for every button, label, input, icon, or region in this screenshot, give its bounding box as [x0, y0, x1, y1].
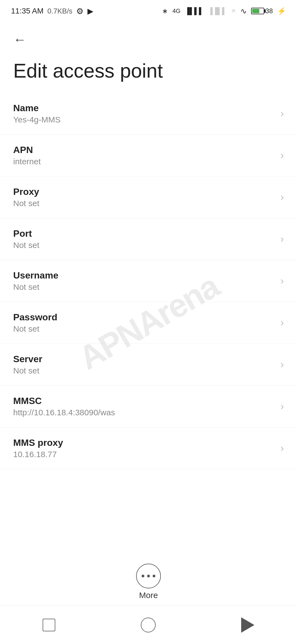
signal-bars2-icon: ▐▐▌▌: [208, 7, 227, 15]
settings-item-proxy[interactable]: Proxy Not set ›: [0, 176, 297, 218]
settings-item-content: APN internet: [13, 144, 275, 166]
settings-item-content: MMSC http://10.16.18.4:38090/was: [13, 395, 275, 417]
settings-item-label: Username: [13, 270, 275, 281]
settings-item-mmsc[interactable]: MMSC http://10.16.18.4:38090/was ›: [0, 386, 297, 427]
settings-item-username[interactable]: Username Not set ›: [0, 260, 297, 302]
signal-4g-icon: 4G: [172, 7, 180, 15]
more-circle: [136, 564, 161, 588]
chevron-right-icon: ›: [280, 192, 284, 203]
settings-item-content: Port Not set: [13, 228, 275, 250]
bolt-icon: ⚡: [277, 7, 286, 15]
settings-item-content: Password Not set: [13, 312, 275, 334]
video-icon: ▶: [87, 7, 94, 16]
settings-item-value: Not set: [13, 366, 275, 375]
settings-item-content: Server Not set: [13, 354, 275, 375]
nav-home-icon: [141, 618, 156, 632]
header: ←: [0, 22, 297, 52]
settings-list: Name Yes-4g-MMS › APN internet › Proxy N…: [0, 93, 297, 469]
nav-square-icon: [43, 619, 55, 631]
chevron-right-icon: ›: [280, 275, 284, 287]
signal-bars-icon: ▐▌▌▌: [185, 7, 204, 15]
status-time: 11:35 AM: [11, 7, 43, 15]
settings-item-name[interactable]: Name Yes-4g-MMS ›: [0, 93, 297, 135]
nav-home-button[interactable]: [141, 618, 156, 632]
more-dots-icon: [142, 575, 155, 577]
nav-back-button[interactable]: [241, 617, 254, 633]
chevron-right-icon: ›: [280, 359, 284, 370]
chevron-right-icon: ›: [280, 150, 284, 161]
bluetooth-icon: ∗: [162, 7, 168, 15]
settings-item-apn[interactable]: APN internet ›: [0, 135, 297, 176]
chevron-right-icon: ›: [280, 108, 284, 119]
settings-item-mms-proxy[interactable]: MMS proxy 10.16.18.77 ›: [0, 427, 297, 469]
settings-item-label: Password: [13, 312, 275, 323]
settings-item-label: Port: [13, 228, 275, 239]
settings-item-port[interactable]: Port Not set ›: [0, 218, 297, 260]
settings-item-label: Proxy: [13, 186, 275, 197]
status-right: ∗ 4G ▐▌▌▌ ▐▐▌▌ ✕ ∿ 38 ⚡: [162, 7, 286, 16]
settings-item-value: Not set: [13, 241, 275, 250]
settings-item-password[interactable]: Password Not set ›: [0, 302, 297, 344]
wifi-icon: ∿: [240, 7, 247, 16]
settings-item-value: Not set: [13, 324, 275, 334]
page-title: Edit access point: [13, 60, 163, 82]
back-button[interactable]: ←: [13, 33, 26, 46]
settings-item-value: internet: [13, 157, 275, 166]
more-label: More: [139, 591, 158, 600]
settings-item-server[interactable]: Server Not set ›: [0, 344, 297, 386]
nav-recent-button[interactable]: [43, 619, 55, 631]
settings-item-label: APN: [13, 144, 275, 155]
settings-item-value: Yes-4g-MMS: [13, 115, 275, 124]
settings-item-content: Name Yes-4g-MMS: [13, 103, 275, 124]
status-bar: 11:35 AM 0.7KB/s ⚙ ▶ ∗ 4G ▐▌▌▌ ▐▐▌▌ ✕ ∿ …: [0, 0, 297, 22]
settings-item-content: Username Not set: [13, 270, 275, 292]
battery: 38: [251, 7, 273, 15]
settings-item-label: Server: [13, 354, 275, 364]
settings-item-content: MMS proxy 10.16.18.77: [13, 437, 275, 459]
nav-bar: [0, 605, 297, 644]
settings-item-value: Not set: [13, 282, 275, 292]
settings-item-label: MMSC: [13, 395, 275, 406]
settings-icon: ⚙: [76, 6, 84, 16]
nav-back-icon: [241, 617, 254, 633]
chevron-right-icon: ›: [280, 233, 284, 245]
settings-item-value: Not set: [13, 199, 275, 208]
settings-item-value: http://10.16.18.4:38090/was: [13, 408, 275, 417]
settings-item-label: Name: [13, 103, 275, 113]
chevron-right-icon: ›: [280, 443, 284, 454]
chevron-right-icon: ›: [280, 317, 284, 329]
more-button[interactable]: More: [136, 564, 161, 600]
status-speed: 0.7KB/s: [47, 7, 72, 15]
settings-item-content: Proxy Not set: [13, 186, 275, 208]
settings-item-value: 10.16.18.77: [13, 450, 275, 459]
signal-x-icon: ✕: [231, 7, 236, 15]
status-left: 11:35 AM 0.7KB/s ⚙ ▶: [11, 6, 94, 16]
chevron-right-icon: ›: [280, 401, 284, 412]
settings-item-label: MMS proxy: [13, 437, 275, 448]
page-title-section: Edit access point: [0, 52, 297, 93]
